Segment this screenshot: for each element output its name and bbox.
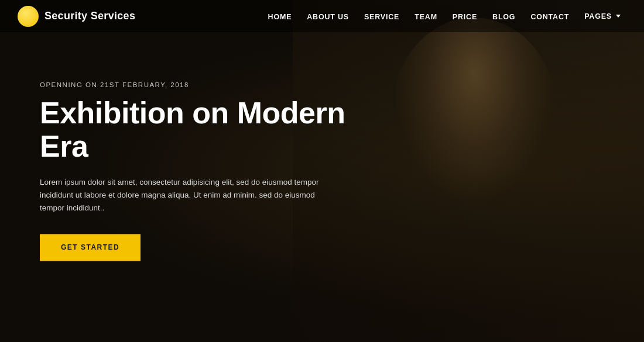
nav-item-contact: CONTACT <box>525 11 575 22</box>
nav-link-price[interactable]: PRICE <box>447 9 483 25</box>
nav-item-home: HOME <box>262 11 298 22</box>
face-glow <box>392 18 556 205</box>
nav-link-team[interactable]: TEAM <box>409 9 443 25</box>
hero-title: Exhibition on Modern Era <box>40 96 350 163</box>
nav-item-service: SERVICE <box>358 11 405 22</box>
nav-link-blog[interactable]: BLOG <box>487 9 521 25</box>
nav-item-blog: BLOG <box>487 11 521 22</box>
nav-item-about: ABOUT US <box>301 11 355 22</box>
nav-link-pages[interactable]: PAGES <box>578 9 626 24</box>
nav-item-price: PRICE <box>447 11 483 22</box>
brand-logo-link[interactable]: Security Services <box>18 6 135 27</box>
nav-link-about[interactable]: ABOUT US <box>301 9 355 25</box>
brand-name: Security Services <box>44 10 135 22</box>
navbar: Security Services HOME ABOUT US SERVICE … <box>0 0 644 32</box>
nav-link-service[interactable]: SERVICE <box>358 9 405 25</box>
hero-subheading: OPENNING ON 21ST FEBRUARY, 2018 <box>40 81 350 88</box>
nav-link-contact[interactable]: CONTACT <box>525 9 575 25</box>
nav-item-team: TEAM <box>409 11 443 22</box>
nav-links: HOME ABOUT US SERVICE TEAM PRICE BLOG CO… <box>262 9 626 24</box>
brand-logo-icon <box>18 6 39 27</box>
cta-button[interactable]: GET STARTED <box>40 234 141 261</box>
hero-content: OPENNING ON 21ST FEBRUARY, 2018 Exhibiti… <box>40 81 350 261</box>
hero-description: Lorem ipsum dolor sit amet, consectetur … <box>40 176 327 215</box>
nav-item-pages: PAGES <box>578 9 626 24</box>
nav-link-home[interactable]: HOME <box>262 9 298 25</box>
chevron-down-icon <box>616 15 621 18</box>
hero-section: Security Services HOME ABOUT US SERVICE … <box>0 0 644 342</box>
